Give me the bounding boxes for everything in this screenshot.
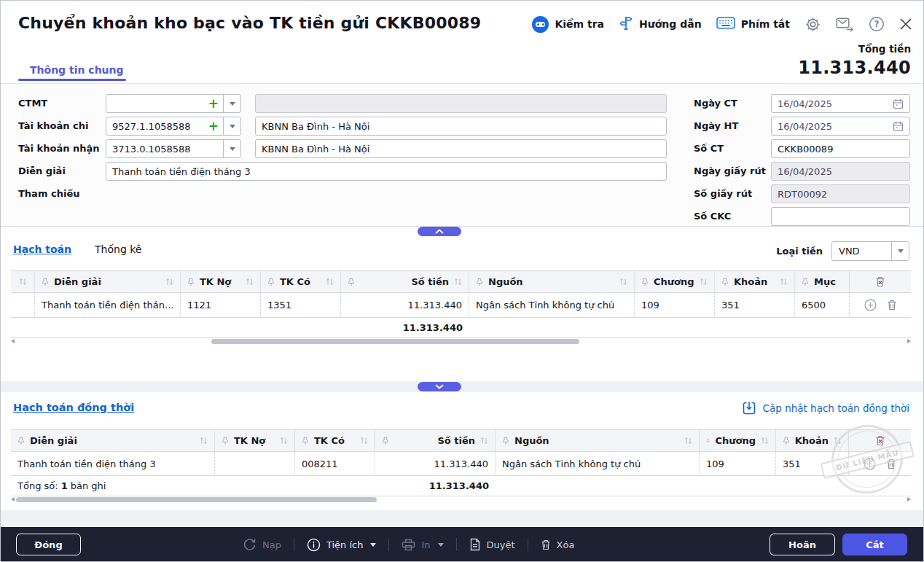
column-header-tk-co[interactable]: TK Có <box>295 430 375 451</box>
sort-icon[interactable] <box>280 437 288 445</box>
column-header-chuong[interactable]: Chương <box>700 430 776 451</box>
duyet-button[interactable]: Duyệt <box>469 538 515 551</box>
column-header-muc[interactable]: Mục <box>795 271 850 292</box>
calendar-icon[interactable] <box>893 121 904 132</box>
xoa-button[interactable]: Xóa <box>541 539 575 550</box>
cell-khoan[interactable]: 351 <box>776 452 849 475</box>
tai-khoan-chi-combobox[interactable]: 9527.1.1058588 + <box>106 117 241 136</box>
sort-icon[interactable] <box>700 278 708 286</box>
sort-icon[interactable] <box>454 278 462 286</box>
cell-nguon[interactable]: Ngân sách Tỉnh không tự chủ <box>496 452 700 475</box>
scroll-left-arrow[interactable] <box>11 339 15 343</box>
tab-hach-toan[interactable]: Hạch toán <box>13 243 71 255</box>
dong-button[interactable]: Đóng <box>16 534 81 555</box>
collapse-form-button[interactable] <box>418 227 461 236</box>
scroll-left-arrow[interactable] <box>11 497 15 501</box>
dien-giai-input[interactable]: Thanh toán tiền điện tháng 3 <box>106 162 667 181</box>
cap-nhat-hach-toan-button[interactable]: Cập nhật hạch toán đồng thời <box>742 401 909 415</box>
huong-dan-button[interactable]: Hướng dẫn <box>619 15 702 33</box>
column-header-delete[interactable] <box>849 430 911 451</box>
scrollbar-thumb[interactable] <box>211 339 579 344</box>
add-ctmt-icon[interactable]: + <box>208 98 223 110</box>
hoan-button[interactable]: Hoãn <box>770 534 835 555</box>
column-header-khoan[interactable]: Khoản <box>776 430 849 451</box>
sort-icon[interactable] <box>619 278 627 286</box>
tai-khoan-chi-dropdown-arrow[interactable] <box>223 117 240 135</box>
tai-khoan-nhan-combobox[interactable]: 3713.0.1058588 <box>106 139 241 158</box>
cell-tk-co[interactable]: 1351 <box>261 293 341 317</box>
kiem-tra-button[interactable]: Kiểm tra <box>532 16 604 33</box>
nap-button[interactable]: Nạp <box>243 538 281 552</box>
in-button[interactable]: In <box>402 539 443 551</box>
help-button[interactable]: ? <box>869 16 885 32</box>
ctmt-dropdown-arrow[interactable] <box>223 95 240 112</box>
close-button[interactable] <box>899 17 912 31</box>
tai-khoan-chi-description-field[interactable]: KBNN Ba Đình - Hà Nội <box>255 117 667 136</box>
sort-icon[interactable] <box>480 437 488 445</box>
add-row-icon[interactable] <box>864 458 876 470</box>
currency-select[interactable]: VND <box>831 241 909 261</box>
cell-chuong[interactable]: 109 <box>635 293 715 317</box>
sort-icon[interactable] <box>360 437 368 445</box>
column-header-chuong[interactable]: Chương <box>635 271 715 292</box>
delete-all-icon[interactable] <box>875 276 885 287</box>
send-mail-button[interactable] <box>836 17 854 32</box>
delete-row-icon[interactable] <box>886 458 896 469</box>
tai-khoan-nhan-description-field[interactable]: KBNN Ba Đình - Hà Nội <box>255 139 667 158</box>
ctmt-combobox[interactable]: + <box>106 94 241 113</box>
so-ckc-input[interactable] <box>771 207 910 226</box>
cell-so-tien[interactable]: 11.313.440 <box>375 452 496 475</box>
tien-ich-button[interactable]: Tiện ích <box>307 538 377 552</box>
tai-khoan-nhan-dropdown-arrow[interactable] <box>223 140 240 157</box>
column-header-nguon[interactable]: Nguồn <box>496 430 700 451</box>
cell-muc[interactable]: 6500 <box>795 293 850 317</box>
delete-all-icon[interactable] <box>875 435 885 446</box>
sort-icon[interactable] <box>684 437 692 445</box>
column-header-dien-giai[interactable]: Diễn giải <box>35 271 181 292</box>
tab-thong-ke[interactable]: Thống kê <box>95 243 141 255</box>
cell-tk-co[interactable]: 008211 <box>295 452 375 475</box>
cell-dien-giai[interactable]: Thanh toán tiền điện tháng 3 <box>11 452 215 475</box>
column-header-so-tien[interactable]: Số tiền <box>375 430 496 451</box>
column-header-dien-giai[interactable]: Diễn giải <box>11 430 215 451</box>
sort-icon[interactable] <box>246 278 254 286</box>
sort-icon[interactable] <box>834 437 842 445</box>
column-header-tk-no[interactable]: TK Nợ <box>181 271 261 292</box>
sort-icon[interactable] <box>165 278 173 286</box>
cell-tk-no[interactable]: 1121 <box>181 293 261 317</box>
ngay-ct-datepicker[interactable]: 16/04/2025 <box>771 94 910 113</box>
scroll-right-arrow[interactable] <box>907 497 911 501</box>
horizontal-scrollbar[interactable] <box>11 496 911 503</box>
hach-toan-dong-thoi-title[interactable]: Hạch toán đồng thời <box>13 402 134 413</box>
phim-tat-button[interactable]: Phím tắt <box>716 17 790 31</box>
expand-section-button[interactable] <box>418 382 461 391</box>
add-tai-khoan-chi-icon[interactable]: + <box>208 120 223 133</box>
sort-icon[interactable] <box>761 437 769 445</box>
sort-icon[interactable] <box>200 437 208 445</box>
cell-tk-no[interactable] <box>215 452 295 475</box>
table-row[interactable]: Thanh toán tiền điện tháng 3 008211 11.3… <box>11 452 911 476</box>
add-row-icon[interactable] <box>864 299 877 311</box>
sort-icon[interactable] <box>326 278 334 286</box>
column-header-delete[interactable] <box>850 271 911 292</box>
cell-nguon[interactable]: Ngân sách Tỉnh không tự chủ <box>469 293 635 317</box>
cat-button[interactable]: Cắt <box>842 534 907 555</box>
cell-chuong[interactable]: 109 <box>700 452 776 475</box>
column-header-tk-no[interactable]: TK Nợ <box>215 430 295 451</box>
delete-row-icon[interactable] <box>887 300 897 311</box>
column-header-khoan[interactable]: Khoản <box>715 271 795 292</box>
cell-khoan[interactable]: 351 <box>715 293 795 317</box>
tab-thong-tin-chung[interactable]: Thông tin chung <box>30 64 124 76</box>
cell-so-tien[interactable]: 11.313.440 <box>341 293 469 317</box>
scrollbar-thumb[interactable] <box>16 497 377 502</box>
column-header-so-tien[interactable]: Số tiền <box>341 271 469 292</box>
cell-dien-giai[interactable]: Thanh toán tiền điện thán... <box>35 293 181 317</box>
sort-icon[interactable] <box>19 278 27 286</box>
column-header-nguon[interactable]: Nguồn <box>469 271 635 292</box>
scroll-right-arrow[interactable] <box>907 339 911 343</box>
sort-icon[interactable] <box>780 278 788 286</box>
calendar-icon[interactable] <box>893 98 904 109</box>
column-header-tk-co[interactable]: TK Có <box>261 271 341 292</box>
table-row[interactable]: Thanh toán tiền điện thán... 1121 1351 1… <box>11 293 911 318</box>
currency-dropdown-arrow[interactable] <box>891 242 909 260</box>
